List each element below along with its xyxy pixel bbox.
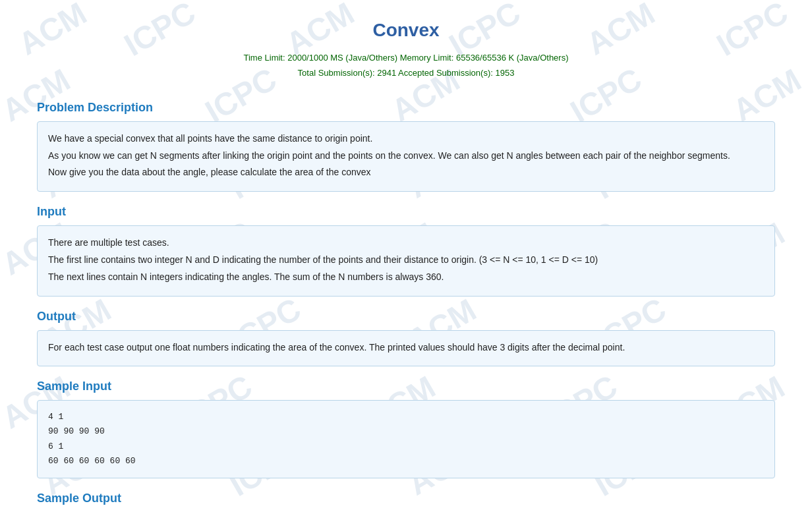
content-box-problem-description: We have a special convex that all points… bbox=[37, 121, 775, 192]
content-line: The next lines contain N integers indica… bbox=[48, 270, 764, 285]
page-title: Convex bbox=[37, 13, 775, 41]
content-line: For each test case output one float numb… bbox=[48, 340, 764, 356]
section-heading-input: Input bbox=[37, 205, 775, 219]
content-line: There are multiple test cases. bbox=[48, 235, 764, 251]
content-line: Now give you the data about the angle, p… bbox=[48, 165, 764, 181]
meta-line2: Total Submission(s): 2941 Accepted Submi… bbox=[37, 65, 775, 80]
section-heading-problem-description: Problem Description bbox=[37, 101, 775, 115]
content-line: We have a special convex that all points… bbox=[48, 131, 764, 147]
section-heading-sample-output: Sample Output bbox=[37, 492, 775, 505]
section-heading-output: Output bbox=[37, 310, 775, 324]
content-line: As you know we can get N segments after … bbox=[48, 148, 764, 164]
content-line: The first line contains two integer N an… bbox=[48, 252, 764, 268]
section-heading-sample-input: Sample Input bbox=[37, 380, 775, 393]
meta-line1: Time Limit: 2000/1000 MS (Java/Others) M… bbox=[37, 50, 775, 65]
content-box-input: There are multiple test cases.The first … bbox=[37, 225, 775, 296]
code-box-sample-input: 4 1 90 90 90 90 6 1 60 60 60 60 60 60 bbox=[37, 400, 775, 478]
meta-info: Time Limit: 2000/1000 MS (Java/Others) M… bbox=[37, 50, 775, 81]
content-box-output: For each test case output one float numb… bbox=[37, 330, 775, 367]
